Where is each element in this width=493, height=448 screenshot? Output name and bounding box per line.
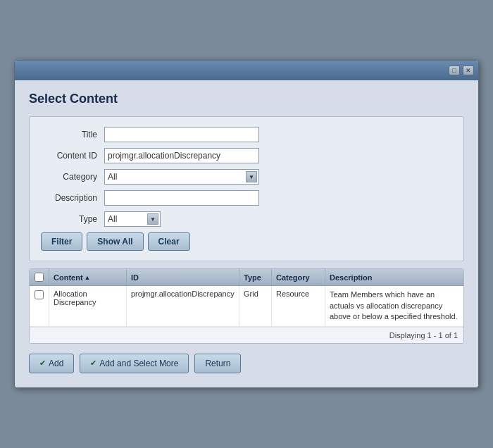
sort-arrow-icon: ▲ xyxy=(85,274,91,281)
description-label: Description xyxy=(41,193,104,203)
contentid-label: Content ID xyxy=(41,151,104,161)
contentid-row: Content ID xyxy=(41,148,452,163)
type-label: Type xyxy=(41,214,104,224)
content-column-header: Content ▲ xyxy=(49,269,127,285)
row-checkbox-cell xyxy=(30,286,49,325)
header-checkbox-cell xyxy=(30,269,49,285)
filter-button-row: Filter Show All Clear xyxy=(41,232,452,251)
title-row: Title xyxy=(41,127,452,142)
row-content-cell: Allocation Discrepancy xyxy=(49,286,127,325)
add-select-more-button[interactable]: ✔ Add and Select More xyxy=(80,354,189,373)
table-header: Content ▲ ID Type Category Description xyxy=(30,269,463,286)
title-label: Title xyxy=(41,130,104,139)
title-input[interactable] xyxy=(104,127,259,142)
table-row[interactable]: Allocation Discrepancy projmgr.allocatio… xyxy=(30,286,463,326)
filter-button[interactable]: Filter xyxy=(41,232,82,251)
description-row: Description xyxy=(41,190,452,206)
form-panel: Title Content ID Category All ▼ Descript… xyxy=(29,116,464,261)
row-type-cell: Grid xyxy=(239,286,272,325)
row-id-cell: projmgr.allocationDiscrepancy xyxy=(127,286,239,325)
add-select-more-check-icon: ✔ xyxy=(90,359,96,368)
row-category-cell: Resource xyxy=(272,286,325,325)
description-column-header: Description xyxy=(325,269,463,285)
titlebar: □ ✕ xyxy=(15,61,478,80)
row-checkbox[interactable] xyxy=(35,290,44,299)
close-button[interactable]: ✕ xyxy=(463,66,474,75)
show-all-button[interactable]: Show All xyxy=(87,232,143,251)
add-button[interactable]: ✔ Add xyxy=(29,354,74,373)
category-column-header: Category xyxy=(272,269,325,285)
return-button[interactable]: Return xyxy=(194,354,241,373)
category-row: Category All ▼ xyxy=(41,169,452,185)
description-input[interactable] xyxy=(104,190,259,206)
category-select-wrapper: All ▼ xyxy=(104,169,259,185)
add-check-icon: ✔ xyxy=(39,359,46,368)
category-select[interactable]: All xyxy=(104,169,259,185)
bottom-button-row: ✔ Add ✔ Add and Select More Return xyxy=(29,351,464,376)
minimize-button[interactable]: □ xyxy=(449,66,460,75)
clear-button[interactable]: Clear xyxy=(148,232,190,251)
type-select[interactable]: All xyxy=(104,211,161,227)
type-column-header: Type xyxy=(239,269,272,285)
select-all-checkbox[interactable] xyxy=(35,273,44,282)
page-title: Select Content xyxy=(29,92,464,106)
id-column-header: ID xyxy=(127,269,239,285)
table-footer: Displaying 1 - 1 of 1 xyxy=(30,327,463,343)
contentid-input[interactable] xyxy=(104,148,259,163)
category-label: Category xyxy=(41,172,104,182)
window-controls: □ ✕ xyxy=(449,66,474,75)
type-row: Type All ▼ xyxy=(41,211,452,227)
type-select-wrapper: All ▼ xyxy=(104,211,161,227)
results-table: Content ▲ ID Type Category Description xyxy=(29,268,464,343)
window-content: Select Content Title Content ID Category… xyxy=(15,80,478,387)
row-description-cell: Team Members which have an actuals vs al… xyxy=(325,286,463,325)
select-content-window: □ ✕ Select Content Title Content ID Cate… xyxy=(14,60,479,387)
